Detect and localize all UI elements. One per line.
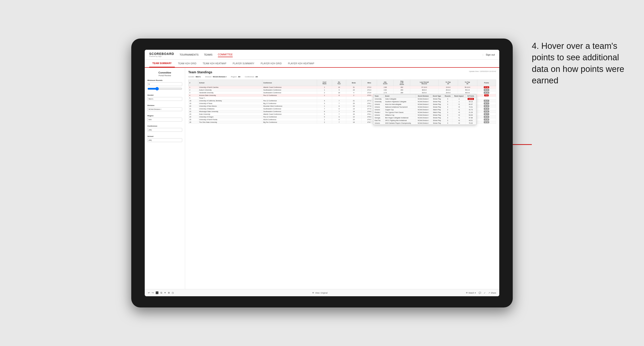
expand-icon: ⤢ [484,292,486,294]
clock-icon[interactable]: ◷ [172,291,174,294]
col-vs-top25: Vs Top25 [438,80,458,86]
filter-row: Gender: Men's Division: NCAA Division I … [188,76,496,78]
sidebar-conference-label: Conference [148,125,182,127]
points-popup: Team Event Event Division Event Type Rou… [373,94,476,125]
points-badge[interactable]: 80.94 [484,121,489,123]
nav-tournaments[interactable]: TOURNAMENTS [180,52,198,57]
points-badge[interactable]: 88.71 [484,113,489,115]
table-header-row: Team Standings Update time: 13/03/2024 1… [188,70,496,74]
filter-region: Region: All [231,76,240,78]
filter-division: Division: NCAA Division I [205,76,226,78]
tab-player-summary[interactable]: PLAYER SUMMARY [230,60,258,67]
filter-gender: Gender: Men's [188,76,200,78]
col-wins: Wins [362,80,377,86]
bottom-bar: ↩ ↪ ⬛ ⧉ ✦ ⊕ ◷ 👁 View: Original 👁 Watch ▾ [145,289,499,296]
nav-committee[interactable]: COMMITTEE [218,52,233,57]
tab-team-h2h-heatmap[interactable]: TEAM H2H HEATMAP [200,60,230,67]
list-item: Univers Amer An Intercollegiate NCAA Div… [374,103,476,106]
list-item: University Southern Highlands Collegiate… [374,100,476,103]
view-label[interactable]: View: Original [315,292,328,294]
points-badge[interactable]: 83.81 [484,111,489,113]
list-item: Univers National Invitational Tournament… [374,106,476,108]
points-badge[interactable]: 88.54 [484,116,489,118]
logo-text: SCOREBOARD [149,52,174,56]
min-rounds-slider[interactable] [148,87,182,91]
expand-button[interactable]: ⤢ [484,292,486,294]
star-icon[interactable]: ✦ [164,291,166,294]
points-badge[interactable]: 93.31 [484,89,489,91]
table-row: 3 Vanderbilt University Southeastern Con… [188,91,496,94]
tablet-device: SCOREBOARD Powered by clippi TOURNAMENTS… [131,38,513,308]
region-select[interactable]: N/A All [148,118,182,122]
chevron-down-icon: ▾ [475,292,476,294]
school-select[interactable]: (All) [148,138,182,142]
sidebar-school-label: School [148,135,182,137]
comment-button[interactable]: 💬 [478,292,481,294]
division-select[interactable]: NCAA Division I NCAA Division II NCAA Di… [148,107,182,111]
w-points-badge: 110.61 [468,98,474,100]
points-badge-active[interactable]: 79.5 [484,94,489,96]
tab-player-h2h-grid[interactable]: PLAYER H2H GRID [258,60,285,67]
nav-right: | Sign out [483,53,495,56]
share-button[interactable]: ↗ Share [488,292,496,294]
conference-select[interactable]: (All) Atlantic Coast Conference Big 12 C… [148,128,182,132]
nav-teams[interactable]: TEAMS [204,52,212,57]
comment-icon: 💬 [478,292,481,294]
undo-icon[interactable]: ↩ [148,291,150,294]
grid-icon[interactable]: ⬛ [156,291,159,294]
points-badge[interactable]: 88.70 [484,102,489,104]
table-row: 2 Auburn University Southeastern Confere… [188,89,496,91]
share-icon: ↗ [488,292,490,294]
portal-title: Committee [148,71,182,74]
gender-select[interactable]: Men's Women's [148,97,182,101]
sidebar-region-label: Region [148,115,182,117]
filter-conference: Conference: All [245,76,258,78]
redo-icon[interactable]: ↪ [152,291,154,294]
copy-icon[interactable]: ⧉ [160,291,162,294]
logo-area: SCOREBOARD Powered by clippi [149,52,174,57]
points-badge[interactable]: 88.48 [484,108,489,110]
col-adj-score: Adj.Score [377,80,394,86]
watch-icon: 👁 [466,292,468,294]
col-no-tour: NoTour [332,80,346,86]
update-time: Update time: 13/03/2024 10:03:42 [469,70,496,72]
bottom-center-controls: 👁 View: Original [312,292,328,294]
standings-title: Team Standings [188,70,212,74]
points-badge[interactable]: 90.20 [484,92,489,94]
tablet-screen: SCOREBOARD Powered by clippi TOURNAMENTS… [145,50,499,296]
col-school: School [198,80,262,86]
points-badge[interactable]: 88.49 [484,105,489,107]
points-badge[interactable]: 83.89 [484,119,489,121]
sidebar-gender-label: Gender [148,94,182,96]
nav-links: TOURNAMENTS TEAMS COMMITTEE [180,52,483,57]
list-item: Florida I The Cypress Point Classic NCAA… [374,111,476,114]
watch-button[interactable]: 👁 Watch ▾ [466,292,476,294]
tab-team-summary[interactable]: TEAM SUMMARY [149,60,175,67]
col-points: Points [477,80,496,86]
sign-out-link[interactable]: Sign out [486,53,495,56]
logo-sub: Powered by clippi [149,56,174,57]
list-item: Georgia Ben Hogan Collegiate Invitationa… [374,117,476,119]
portal-subtitle: Portal Review [148,74,182,77]
sidebar-min-rounds-label: Minimum Rounds [148,79,182,81]
list-item: Univers Copper Cup NCAA Division I Match… [374,108,476,111]
list-item: University Cabo Collegiate NCAA Division… [374,98,476,100]
nav-divider: | [483,53,483,56]
points-badge[interactable]: 80.07 [484,100,489,102]
eye-icon: 👁 [312,292,314,294]
add-icon[interactable]: ⊕ [168,291,170,294]
tab-team-h2h-grid[interactable]: TEAM H2H GRID [175,60,200,67]
col-avg-low-score: AvgLowScore [394,80,410,86]
sidebar: Committee Portal Review Minimum Rounds G… [145,68,185,289]
col-vs-top50: Vs Top50 [458,80,477,86]
sub-nav: TEAM SUMMARY TEAM H2H GRID TEAM H2H HEAT… [145,60,499,68]
table-row-highlighted: 4 Arizona State University Pac-12 Confer… [188,94,496,97]
standings-table: # School Conference ConfRank NoTour Bnds… [188,80,496,124]
list-item: Univers Williams Cup NCAA Division I Str… [374,114,476,117]
table-area: Team Standings Update time: 13/03/2024 1… [185,68,499,289]
tab-player-h2h-heatmap[interactable]: PLAYER H2H HEATMAP [285,60,317,67]
min-rounds-input[interactable] [148,82,182,86]
points-badge[interactable]: 97.02 [484,86,489,88]
col-rank: # [188,80,198,86]
bottom-left-controls: ↩ ↪ ⬛ ⧉ ✦ ⊕ ◷ [148,291,174,294]
